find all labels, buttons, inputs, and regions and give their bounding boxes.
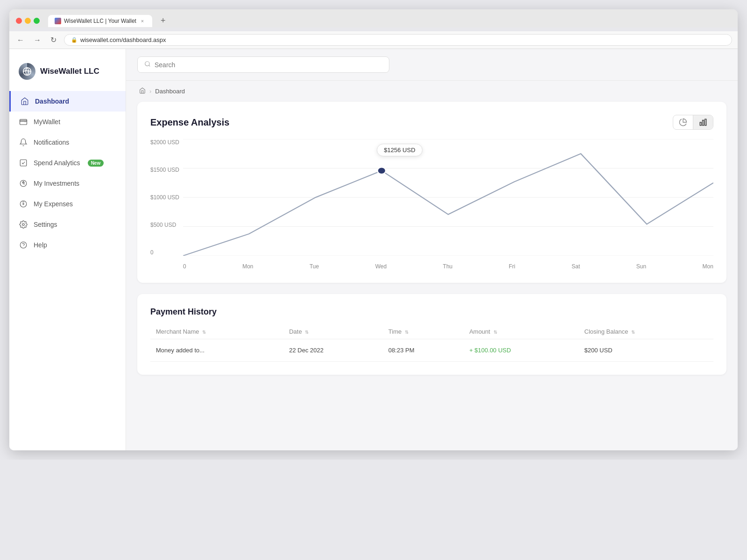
- x-label-sat: Sat: [571, 263, 580, 270]
- sidebar: WiseWallet LLC Dashboard MyWallet Not: [9, 49, 126, 450]
- sort-time-icon: ⇅: [405, 329, 409, 335]
- x-label-mon1: Mon: [242, 263, 253, 270]
- sidebar-label-dashboard: Dashboard: [35, 98, 69, 105]
- y-label-500: $500 USD: [150, 222, 183, 228]
- sidebar-item-settings[interactable]: Settings: [9, 214, 126, 235]
- help-icon: [19, 240, 28, 250]
- new-badge: New: [88, 160, 104, 167]
- line-chart-svg: [183, 139, 713, 256]
- wallet-icon: [19, 117, 28, 126]
- logo-icon: [19, 63, 35, 80]
- search-input[interactable]: [155, 61, 382, 69]
- card-header: Expense Analysis: [150, 115, 713, 130]
- chart-toggle-group: [673, 115, 713, 130]
- sidebar-label-mywallet: MyWallet: [34, 118, 60, 126]
- svg-rect-2: [20, 120, 27, 121]
- col-merchant[interactable]: Merchant Name ⇅: [150, 324, 283, 339]
- expense-analysis-card: Expense Analysis: [137, 102, 726, 283]
- investments-icon: [19, 179, 28, 188]
- sort-merchant-icon: ⇅: [202, 329, 206, 335]
- home-icon: [20, 97, 29, 106]
- main-content: › Dashboard Expense Analysis: [126, 49, 738, 450]
- search-wrapper[interactable]: [137, 56, 389, 73]
- x-label-sun: Sun: [636, 263, 646, 270]
- search-icon: [144, 61, 151, 69]
- home-breadcrumb-icon[interactable]: [139, 87, 146, 95]
- y-label-1500: $1500 USD: [150, 167, 183, 173]
- sidebar-item-dashboard[interactable]: Dashboard: [9, 91, 126, 112]
- sidebar-item-my-investments[interactable]: My Investments: [9, 173, 126, 194]
- line-chart-container: $2000 USD $1500 USD $1000 USD $500 USD 0: [150, 139, 713, 270]
- y-label-2000: $2000 USD: [150, 139, 183, 146]
- svg-point-7: [20, 242, 27, 248]
- y-label-1000: $1000 USD: [150, 194, 183, 201]
- breadcrumb-separator: ›: [149, 88, 151, 95]
- app-window: WiseWallet LLC Dashboard MyWallet Not: [9, 49, 738, 450]
- sidebar-item-help[interactable]: Help: [9, 235, 126, 255]
- maximize-button[interactable]: [34, 18, 40, 24]
- sidebar-label-my-expenses: My Expenses: [34, 200, 73, 208]
- browser-tab[interactable]: WiseWallet LLC | Your Wallet ×: [48, 15, 152, 27]
- cell-time: 08:23 PM: [383, 339, 464, 362]
- svg-rect-12: [705, 119, 706, 126]
- lock-icon: 🔒: [71, 37, 78, 43]
- cell-amount: + $100.00 USD: [464, 339, 578, 362]
- tab-title: WiseWallet LLC | Your Wallet: [64, 18, 136, 24]
- svg-point-9: [145, 62, 149, 66]
- col-amount[interactable]: Amount ⇅: [464, 324, 578, 339]
- forward-button[interactable]: →: [32, 35, 43, 45]
- sidebar-label-notifications: Notifications: [34, 139, 69, 146]
- svg-rect-10: [700, 122, 701, 126]
- svg-rect-11: [703, 120, 704, 126]
- url-bar[interactable]: 🔒 wisewallet.com/dashboard.aspx: [64, 34, 732, 46]
- x-label-tue: Tue: [310, 263, 319, 270]
- logo-text: WiseWallet LLC: [40, 67, 99, 76]
- breadcrumb-current: Dashboard: [155, 88, 185, 95]
- tab-close-button[interactable]: ×: [139, 18, 146, 24]
- sidebar-label-my-investments: My Investments: [34, 180, 79, 187]
- sidebar-item-mywallet[interactable]: MyWallet: [9, 112, 126, 132]
- cell-closing-balance: $200 USD: [579, 339, 713, 362]
- x-label-wed: Wed: [375, 263, 387, 270]
- payment-history-table: Merchant Name ⇅ Date ⇅ Time ⇅: [150, 324, 713, 362]
- breadcrumb: › Dashboard: [126, 81, 738, 102]
- expenses-icon: [19, 199, 28, 209]
- sort-amount-icon: ⇅: [493, 329, 497, 335]
- minimize-button[interactable]: [25, 18, 31, 24]
- sidebar-item-spend-analytics[interactable]: Spend Analytics New: [9, 153, 126, 173]
- x-label-0: 0: [183, 263, 186, 270]
- sidebar-label-spend-analytics: Spend Analytics: [34, 159, 80, 167]
- chart-svg-area: $1256 USD: [183, 139, 713, 256]
- payment-history-title: Payment History: [150, 307, 713, 317]
- bar-chart-toggle[interactable]: [693, 115, 713, 129]
- close-button[interactable]: [16, 18, 22, 24]
- refresh-button[interactable]: ↻: [49, 35, 58, 45]
- top-search-area: [126, 49, 738, 81]
- sidebar-item-notifications[interactable]: Notifications: [9, 132, 126, 153]
- traffic-lights: [16, 18, 40, 24]
- bell-icon: [19, 138, 28, 147]
- table-head: Merchant Name ⇅ Date ⇅ Time ⇅: [150, 324, 713, 339]
- svg-rect-3: [20, 160, 27, 166]
- col-time[interactable]: Time ⇅: [383, 324, 464, 339]
- back-button[interactable]: ←: [15, 35, 26, 45]
- table-header-row: Merchant Name ⇅ Date ⇅ Time ⇅: [150, 324, 713, 339]
- sidebar-label-help: Help: [34, 241, 47, 249]
- x-label-thu: Thu: [443, 263, 453, 270]
- y-label-0: 0: [150, 249, 183, 256]
- settings-icon: [19, 220, 28, 229]
- active-data-point: [378, 167, 386, 174]
- y-axis-labels: $2000 USD $1500 USD $1000 USD $500 USD 0: [150, 139, 183, 256]
- payment-history-card: Payment History Merchant Name ⇅ Date ⇅: [137, 294, 726, 375]
- col-date[interactable]: Date ⇅: [283, 324, 383, 339]
- new-tab-button[interactable]: +: [157, 14, 169, 28]
- sidebar-item-my-expenses[interactable]: My Expenses: [9, 194, 126, 214]
- url-text: wisewallet.com/dashboard.aspx: [80, 36, 166, 43]
- address-bar-row: ← → ↻ 🔒 wisewallet.com/dashboard.aspx: [9, 31, 738, 49]
- sort-closing-icon: ⇅: [631, 329, 635, 335]
- sort-date-icon: ⇅: [305, 329, 309, 335]
- cell-date: 22 Dec 2022: [283, 339, 383, 362]
- cell-merchant: Money added to...: [150, 339, 283, 362]
- pie-chart-toggle[interactable]: [673, 115, 693, 129]
- col-closing-balance[interactable]: Closing Balance ⇅: [579, 324, 713, 339]
